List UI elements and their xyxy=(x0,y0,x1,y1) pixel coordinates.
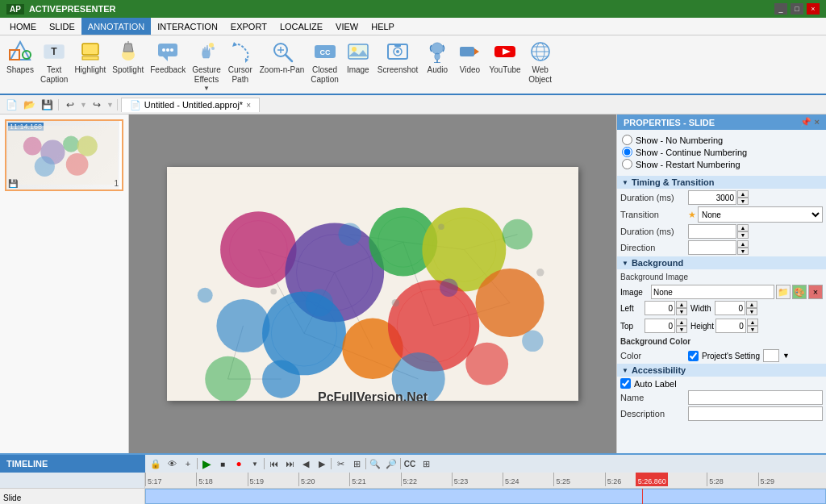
bubble-chart xyxy=(167,167,578,401)
ribbon-shapes-button[interactable]: Shapes xyxy=(3,37,37,94)
radio-no-numbering-input[interactable] xyxy=(622,135,632,145)
duration-input[interactable] xyxy=(688,190,736,205)
pin-icon[interactable]: 📌 xyxy=(800,117,811,127)
properties-title: PROPERTIES - SLIDE xyxy=(624,118,715,127)
closed-caption-label: ClosedCaption xyxy=(311,65,338,85)
redo-button[interactable]: ↪ xyxy=(89,97,105,113)
menu-view[interactable]: VIEW xyxy=(329,18,365,35)
radio-no-numbering: Show - No Numbering xyxy=(622,135,821,145)
close-panel-icon[interactable]: × xyxy=(815,117,820,127)
bg-top-up[interactable]: ▲ xyxy=(676,319,687,326)
tl-prev-frame-button[interactable]: ◀ xyxy=(298,456,313,471)
bg-left-down[interactable]: ▼ xyxy=(676,308,687,315)
transition-duration-up[interactable]: ▲ xyxy=(737,224,749,231)
ribbon-gesture-effects-button[interactable]: GestureEffects ▼ xyxy=(189,37,224,94)
ribbon-spotlight-button[interactable]: Spotlight xyxy=(109,37,147,94)
slide-thumbnail-1[interactable]: 11:14.168 💾 1 xyxy=(5,119,123,191)
bg-image-input[interactable] xyxy=(651,285,774,299)
minimize-button[interactable]: _ xyxy=(774,3,787,15)
background-header[interactable]: ▼ Background xyxy=(617,256,826,269)
bg-left-input[interactable] xyxy=(645,301,675,315)
menu-home[interactable]: HOME xyxy=(3,18,43,35)
tl-next-frame-button[interactable]: ▶ xyxy=(315,456,329,471)
open-file-button[interactable]: 📂 xyxy=(21,97,37,113)
duration-up-button[interactable]: ▲ xyxy=(737,190,749,198)
ribbon-audio-button[interactable]: Audio xyxy=(421,37,453,94)
tl-record-button[interactable]: ● xyxy=(232,456,246,471)
ribbon-text-caption-button[interactable]: T TextCaption xyxy=(37,37,71,94)
ribbon-video-button[interactable]: Video xyxy=(453,37,486,94)
new-file-button[interactable]: 📄 xyxy=(3,97,19,113)
transition-duration-input[interactable] xyxy=(688,224,736,239)
timeline-ruler-area[interactable]: 5:17 5:18 5:19 5:20 5:21 5:22 5:23 5:24 … xyxy=(145,473,826,504)
save-button[interactable]: 💾 xyxy=(39,97,55,113)
document-tab[interactable]: 📄 Untitled - Untitled.approj* × xyxy=(121,98,260,112)
bg-height-up[interactable]: ▲ xyxy=(747,319,758,326)
tl-prev-button[interactable]: ⏮ xyxy=(266,456,281,471)
acc-description-input[interactable] xyxy=(688,406,823,421)
ribbon-highlight-button[interactable]: Highlight xyxy=(71,37,109,94)
tl-add-button[interactable]: + xyxy=(181,456,195,471)
bg-left-up[interactable]: ▲ xyxy=(676,301,687,308)
bg-image-color-button[interactable]: 🎨 xyxy=(792,285,807,299)
web-object-icon xyxy=(528,39,553,65)
ribbon-image-button[interactable]: Image xyxy=(342,37,374,94)
direction-up[interactable]: ▲ xyxy=(737,240,749,248)
timing-transition-header[interactable]: ▼ Timing & Transition xyxy=(617,176,826,189)
bg-height-field: Height ▲ ▼ xyxy=(690,319,758,333)
undo-button[interactable]: ↩ xyxy=(62,97,78,113)
svg-point-14 xyxy=(170,48,173,52)
bg-width-input[interactable] xyxy=(715,301,745,315)
tl-caption-button[interactable]: CC xyxy=(403,456,417,471)
direction-down[interactable]: ▼ xyxy=(737,248,749,255)
menu-help[interactable]: HELP xyxy=(365,18,401,35)
ribbon-screenshot-button[interactable]: Screenshot xyxy=(374,37,422,94)
canvas-area[interactable]: PcFullVersion.Net xyxy=(129,115,616,453)
ribbon-feedback-button[interactable]: Feedback xyxy=(147,37,189,94)
accessibility-header[interactable]: ▼ Accessibility xyxy=(617,364,826,377)
menu-annotation[interactable]: ANNOTATION xyxy=(81,18,151,35)
transition-duration-down[interactable]: ▼ xyxy=(737,231,749,239)
tl-zoom-in-button[interactable]: 🔍 xyxy=(368,456,382,471)
menu-export[interactable]: EXPORT xyxy=(224,18,273,35)
direction-input[interactable] xyxy=(688,240,736,255)
bg-height-down[interactable]: ▼ xyxy=(747,326,758,333)
document-tab-close[interactable]: × xyxy=(246,101,251,110)
menu-localize[interactable]: LOCALIZE xyxy=(273,18,329,35)
tl-grid-button[interactable]: ⊞ xyxy=(419,456,433,471)
maximize-button[interactable]: □ xyxy=(791,3,803,15)
duration-down-button[interactable]: ▼ xyxy=(737,198,749,205)
tl-lock-button[interactable]: 🔒 xyxy=(148,456,163,471)
bg-width-down[interactable]: ▼ xyxy=(746,308,757,315)
bg-height-input[interactable] xyxy=(715,319,746,333)
ribbon-cursor-path-button[interactable]: CursorPath xyxy=(224,37,257,94)
bg-width-up[interactable]: ▲ xyxy=(746,301,757,308)
menu-interaction[interactable]: INTERACTION xyxy=(151,18,224,35)
radio-continue-numbering-input[interactable] xyxy=(622,147,632,157)
ribbon-closed-caption-button[interactable]: CC ClosedCaption xyxy=(307,37,341,94)
ribbon-web-object-button[interactable]: WebObject xyxy=(524,37,557,94)
bg-top-input[interactable] xyxy=(645,319,675,333)
radio-restart-numbering-input[interactable] xyxy=(622,159,632,169)
menu-slide[interactable]: SLIDE xyxy=(43,18,81,35)
bg-top-down[interactable]: ▼ xyxy=(676,326,687,333)
auto-label-checkbox[interactable] xyxy=(620,378,631,389)
tl-play-button[interactable]: ▶ xyxy=(199,456,214,471)
acc-name-input[interactable] xyxy=(688,390,823,405)
bg-image-clear-button[interactable]: × xyxy=(808,285,823,299)
bg-image-browse-button[interactable]: 📁 xyxy=(776,285,791,299)
bg-color-swatch[interactable] xyxy=(763,349,779,362)
tl-next-button[interactable]: ⏭ xyxy=(282,456,297,471)
bg-color-dropdown-icon[interactable]: ▼ xyxy=(782,352,790,360)
close-button[interactable]: × xyxy=(807,3,820,15)
tl-stop-button[interactable]: ■ xyxy=(215,456,230,471)
transition-select[interactable]: None xyxy=(698,206,823,223)
tl-record-dropdown-icon[interactable]: ▼ xyxy=(248,456,262,471)
ribbon-youtube-button[interactable]: YouTube xyxy=(486,37,524,94)
tl-split-button[interactable]: ✂ xyxy=(333,456,348,471)
ribbon-zoom-pan-button[interactable]: Zoom-n-Pan xyxy=(257,37,308,94)
bg-project-setting-checkbox[interactable] xyxy=(688,351,699,361)
tl-eye-button[interactable]: 👁 xyxy=(165,456,179,471)
tl-zoom-out-button[interactable]: 🔎 xyxy=(384,456,398,471)
tl-merge-button[interactable]: ⊞ xyxy=(349,456,364,471)
